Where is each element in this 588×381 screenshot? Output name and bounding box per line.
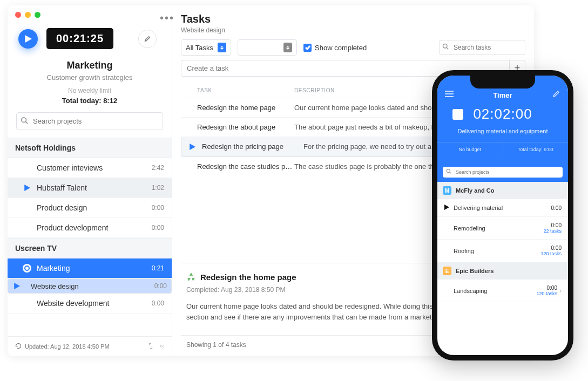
play-icon [23,264,31,273]
svg-line-6 [447,47,448,49]
project-label: Website development [31,299,152,308]
svg-marker-3 [24,185,30,191]
recycle-icon [186,272,196,282]
col-task-header: TASK [197,87,294,93]
phone-title: Timer [454,91,552,99]
search-projects-input[interactable] [16,112,163,130]
group-name: McFly and Co [456,187,495,194]
chevron-right-icon: › [557,287,562,295]
project-label: Marketing [31,264,152,273]
play-icon [187,144,198,150]
play-icon [12,282,21,290]
task-name: Redesign the pricing page [202,142,299,151]
sidebar: 00:21:25 Marketing Customer growth strat… [8,5,172,356]
play-icon [23,164,31,172]
project-label: Website design [25,282,150,290]
task-name: Redesign the case studies pa... [197,162,294,171]
timer-display: 00:21:25 [46,28,113,49]
check-icon [305,45,310,50]
project-row[interactable]: Website development0:00 [8,294,172,314]
phone-project-label: Delivering material [451,205,551,211]
main-subtitle: Website design [181,26,525,34]
svg-point-14 [447,169,450,172]
project-time: 0:21 [152,264,164,272]
phone-project-label: Roofing [451,248,540,254]
more-menu-icon[interactable]: ••• [160,12,174,24]
stepper-icon [218,43,226,52]
total-today-label: Total today: 8:12 [8,97,172,105]
weekly-limit-label: No weekly limit [8,87,172,94]
search-icon [446,168,451,174]
svg-line-2 [26,122,28,124]
phone-project-meta: 0:00120 tasks [536,285,557,296]
phone-current-task: Delivering material and equipment [437,128,568,134]
phone-edit-icon[interactable] [552,90,560,100]
project-time: 0:00 [152,204,164,212]
minimize-window-icon[interactable] [25,12,31,18]
project-group-header[interactable]: Uscreen TV [8,238,172,258]
detail-title: Redesign the home page [200,273,296,282]
play-icon [23,183,31,192]
svg-marker-4 [14,283,20,289]
svg-marker-10 [187,278,191,281]
showing-label: Showing 1 of 4 tasks [186,341,246,349]
hamburger-icon[interactable] [445,90,454,100]
group-badge: E [443,267,451,275]
project-row[interactable]: Product development0:00 [8,218,172,238]
phone-project-label: Landscaping [451,288,536,294]
secondary-dropdown[interactable] [238,39,297,56]
phone-total-today: Total today: 9:03 [503,142,569,157]
project-row[interactable]: Product design0:00 [8,198,172,218]
phone-project-row[interactable]: Remodeling0:0022 tasks [437,217,568,240]
project-row[interactable]: Customer inteviews2:42 [8,158,172,178]
maximize-window-icon[interactable] [35,12,40,18]
svg-line-15 [450,172,451,174]
show-completed-checkbox[interactable]: Show completed [303,44,367,52]
svg-marker-16 [444,205,449,210]
close-window-icon[interactable] [15,12,21,18]
svg-point-5 [443,44,448,49]
chevron-left-icon[interactable]: ‹‹ [160,342,164,351]
phone-notch [470,76,535,89]
task-name: Redesign the home page [197,104,294,112]
traffic-lights [15,12,40,18]
phone-project-list: MMcFly and CoDelivering material0:00Remo… [437,182,568,302]
phone-project-row[interactable]: Delivering material0:00 [437,199,568,217]
svg-marker-8 [190,273,193,276]
svg-marker-7 [190,144,195,150]
phone-project-meta: 0:00120 tasks [540,245,562,256]
search-tasks-input[interactable] [439,40,525,55]
phone-frame: Timer 02:02:00 Delivering material and e… [432,70,573,360]
project-title: Marketing [8,60,172,71]
play-icon [23,203,31,212]
project-list: Netsoft HoldingsCustomer inteviews2:42Hu… [8,138,172,336]
project-row[interactable]: Hubstaff Talent1:02 [8,178,172,198]
project-row[interactable]: Website design0:00 [8,278,172,294]
project-time: 1:02 [152,184,164,192]
phone-project-row[interactable]: Landscaping0:00120 tasks› [437,280,568,302]
project-time: 2:42 [152,164,164,172]
phone-timer: 02:02:00 [473,106,532,123]
project-group-header[interactable]: Netsoft Holdings [8,138,172,158]
play-button[interactable] [18,29,38,49]
group-name: Epic Builders [456,268,494,274]
refresh-icon[interactable] [15,343,22,350]
phone-stop-button[interactable] [452,109,463,120]
project-label: Product design [31,203,152,212]
project-row[interactable]: Marketing0:21 [8,258,172,278]
filter-dropdown[interactable]: All Tasks [181,39,231,56]
phone-project-meta: 0:0022 tasks [543,222,562,234]
project-time: 0:00 [152,224,164,232]
svg-marker-0 [25,35,32,43]
phone-group-header[interactable]: EEpic Builders [437,262,568,280]
collapse-icon[interactable] [147,342,154,351]
phone-group-header[interactable]: MMcFly and Co [437,182,568,199]
phone-search-input[interactable] [443,166,563,178]
group-badge: M [443,186,451,195]
project-label: Hubstaff Talent [31,183,152,192]
play-icon [23,299,31,308]
main-title: Tasks [181,13,525,25]
phone-project-row[interactable]: Roofing0:00120 tasks [437,240,568,262]
svg-marker-9 [192,278,195,281]
edit-button[interactable] [138,30,157,48]
